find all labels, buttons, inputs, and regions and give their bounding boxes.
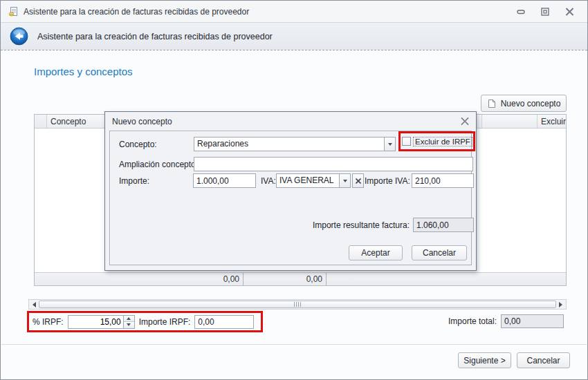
cancel-button[interactable]: Cancelar — [517, 352, 570, 368]
importe-label: Importe: — [119, 176, 149, 186]
wizard-header: Asistente para la creación de facturas r… — [1, 22, 587, 50]
importe-total-input — [501, 314, 564, 328]
resultante-input — [413, 218, 474, 232]
importe-iva-input[interactable] — [412, 173, 474, 188]
accept-button[interactable]: Aceptar — [349, 245, 403, 260]
spin-down-icon[interactable] — [124, 322, 134, 328]
excluir-irpf-checkbox[interactable] — [402, 137, 411, 146]
grid-column-excluir[interactable]: Excluir d — [538, 115, 566, 128]
header-title: Asistente para la creación de facturas r… — [37, 32, 273, 41]
grid-footer: 0,00 0,00 — [35, 272, 566, 285]
grid-footer-sum-1: 0,00 — [47, 273, 244, 285]
importe-iva-label: Importe IVA: — [365, 176, 410, 186]
concepto-label: Concepto: — [119, 140, 157, 149]
page-title: Importes y conceptos — [34, 66, 133, 77]
scroll-right-icon[interactable] — [556, 301, 565, 308]
irpf-highlight-box: % IRPF: Importe IRPF: — [27, 311, 263, 332]
clear-iva-icon[interactable] — [352, 173, 364, 188]
new-concept-dialog: Nuevo concepto Concepto: Reparaciones Ex… — [104, 111, 477, 271]
iva-combobox[interactable]: IVA GENERAL — [276, 173, 351, 188]
window-controls — [515, 7, 580, 17]
grid-footer-indicator — [35, 273, 47, 285]
back-button[interactable] — [10, 27, 28, 46]
new-concept-button[interactable]: Nuevo concepto — [481, 95, 567, 112]
bottom-separator — [1, 344, 587, 345]
iva-value: IVA GENERAL — [277, 174, 339, 187]
minimize-button[interactable] — [515, 7, 526, 17]
irpf-amount-label: Importe IRPF: — [139, 317, 191, 327]
concepto-combobox[interactable]: Reparaciones — [194, 137, 396, 151]
grid-footer-sum-2: 0,00 — [244, 273, 327, 285]
window-title: Asistente para la creación de facturas r… — [24, 7, 249, 17]
iva-label: IVA: — [261, 176, 276, 186]
wizard-window: Asistente para la creación de facturas r… — [0, 0, 588, 380]
grid-indicator-column — [35, 115, 47, 128]
dialog-title: Nuevo concepto — [112, 117, 172, 126]
grid-footer-spacer — [327, 273, 566, 285]
importe-total-label: Importe total: — [448, 316, 497, 326]
new-document-icon — [487, 99, 496, 108]
titlebar: Asistente para la creación de facturas r… — [1, 1, 587, 22]
ampliacion-label: Ampliación concepto: — [119, 160, 198, 169]
excluir-irpf-highlight-box: Excluir de IRPF — [398, 131, 475, 151]
spin-up-icon[interactable] — [124, 316, 134, 323]
scrollbar-thumb[interactable] — [39, 301, 556, 308]
horizontal-scrollbar[interactable] — [28, 299, 567, 310]
next-button[interactable]: Siguiente > — [458, 352, 511, 368]
dialog-cancel-button[interactable]: Cancelar — [412, 245, 467, 260]
close-button[interactable] — [564, 7, 575, 17]
importe-total-group: Importe total: — [448, 314, 564, 328]
chevron-down-icon[interactable] — [384, 137, 395, 151]
invoice-document-icon — [8, 6, 19, 17]
spinner-buttons — [123, 316, 134, 328]
excluir-irpf-label[interactable]: Excluir de IRPF — [413, 137, 472, 146]
scroll-left-icon[interactable] — [30, 301, 39, 308]
irpf-percent-spinner[interactable] — [68, 315, 135, 329]
irpf-percent-input[interactable] — [68, 316, 123, 328]
chevron-down-icon[interactable] — [339, 174, 350, 187]
new-concept-label: Nuevo concepto — [501, 99, 561, 108]
resultante-label: Importe resultante factura: — [299, 220, 410, 230]
importe-input[interactable] — [193, 173, 256, 188]
irpf-percent-label: % IRPF: — [33, 317, 64, 327]
irpf-amount-input[interactable] — [194, 315, 254, 329]
restore-button[interactable] — [540, 7, 551, 17]
dialog-close-icon[interactable] — [460, 117, 470, 126]
concepto-value: Reparaciones — [194, 137, 384, 151]
grid-column-4[interactable] — [482, 115, 538, 128]
ampliacion-input[interactable] — [194, 157, 473, 171]
